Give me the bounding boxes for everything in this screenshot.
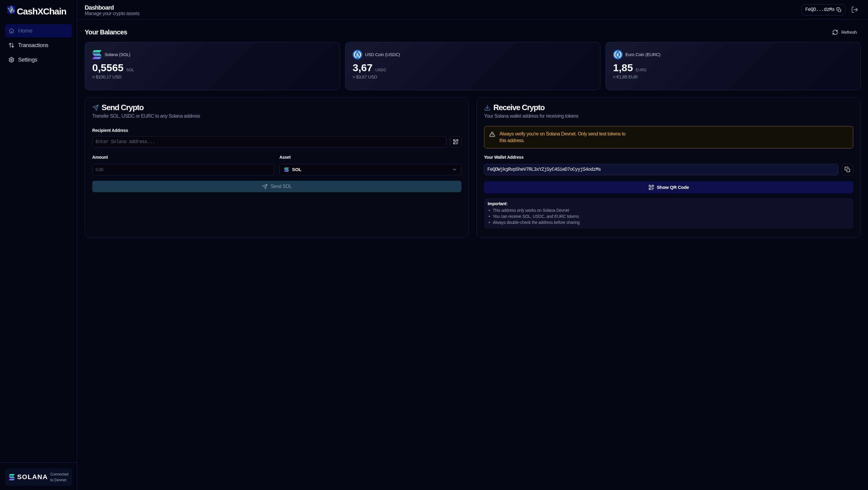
svg-text:$: $ [356, 52, 359, 57]
